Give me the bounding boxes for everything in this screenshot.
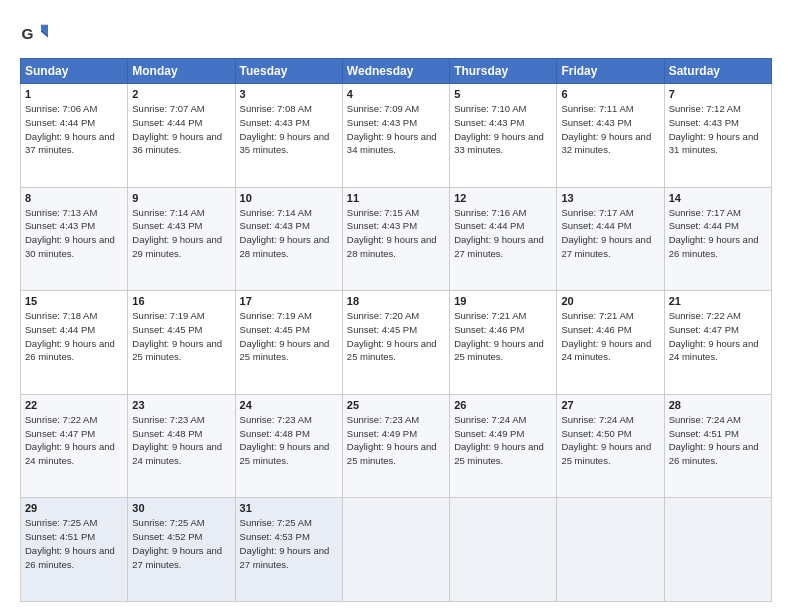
calendar-cell: 22Sunrise: 7:22 AMSunset: 4:47 PMDayligh… bbox=[21, 394, 128, 498]
day-detail: Sunrise: 7:07 AMSunset: 4:44 PMDaylight:… bbox=[132, 103, 222, 155]
day-number: 17 bbox=[240, 295, 338, 307]
day-number: 7 bbox=[669, 88, 767, 100]
day-detail: Sunrise: 7:25 AMSunset: 4:52 PMDaylight:… bbox=[132, 517, 222, 569]
day-detail: Sunrise: 7:21 AMSunset: 4:46 PMDaylight:… bbox=[561, 310, 651, 362]
logo-icon: G bbox=[20, 22, 48, 50]
calendar-cell: 28Sunrise: 7:24 AMSunset: 4:51 PMDayligh… bbox=[664, 394, 771, 498]
day-detail: Sunrise: 7:21 AMSunset: 4:46 PMDaylight:… bbox=[454, 310, 544, 362]
day-detail: Sunrise: 7:19 AMSunset: 4:45 PMDaylight:… bbox=[240, 310, 330, 362]
calendar-cell: 16Sunrise: 7:19 AMSunset: 4:45 PMDayligh… bbox=[128, 291, 235, 395]
day-detail: Sunrise: 7:16 AMSunset: 4:44 PMDaylight:… bbox=[454, 207, 544, 259]
calendar-header-friday: Friday bbox=[557, 59, 664, 84]
day-detail: Sunrise: 7:14 AMSunset: 4:43 PMDaylight:… bbox=[240, 207, 330, 259]
logo: G bbox=[20, 22, 52, 50]
day-number: 2 bbox=[132, 88, 230, 100]
day-number: 20 bbox=[561, 295, 659, 307]
day-number: 27 bbox=[561, 399, 659, 411]
calendar-header-tuesday: Tuesday bbox=[235, 59, 342, 84]
day-number: 28 bbox=[669, 399, 767, 411]
calendar-cell: 4Sunrise: 7:09 AMSunset: 4:43 PMDaylight… bbox=[342, 84, 449, 188]
day-number: 16 bbox=[132, 295, 230, 307]
day-detail: Sunrise: 7:25 AMSunset: 4:51 PMDaylight:… bbox=[25, 517, 115, 569]
day-detail: Sunrise: 7:17 AMSunset: 4:44 PMDaylight:… bbox=[669, 207, 759, 259]
calendar-cell: 15Sunrise: 7:18 AMSunset: 4:44 PMDayligh… bbox=[21, 291, 128, 395]
day-detail: Sunrise: 7:20 AMSunset: 4:45 PMDaylight:… bbox=[347, 310, 437, 362]
day-number: 22 bbox=[25, 399, 123, 411]
day-detail: Sunrise: 7:06 AMSunset: 4:44 PMDaylight:… bbox=[25, 103, 115, 155]
calendar-week-5: 29Sunrise: 7:25 AMSunset: 4:51 PMDayligh… bbox=[21, 498, 772, 602]
day-detail: Sunrise: 7:22 AMSunset: 4:47 PMDaylight:… bbox=[25, 414, 115, 466]
day-detail: Sunrise: 7:14 AMSunset: 4:43 PMDaylight:… bbox=[132, 207, 222, 259]
day-number: 10 bbox=[240, 192, 338, 204]
day-number: 29 bbox=[25, 502, 123, 514]
day-detail: Sunrise: 7:08 AMSunset: 4:43 PMDaylight:… bbox=[240, 103, 330, 155]
page: G SundayMondayTuesdayWednesdayThursdayFr… bbox=[0, 0, 792, 612]
day-detail: Sunrise: 7:11 AMSunset: 4:43 PMDaylight:… bbox=[561, 103, 651, 155]
day-number: 24 bbox=[240, 399, 338, 411]
day-number: 19 bbox=[454, 295, 552, 307]
calendar-cell bbox=[557, 498, 664, 602]
day-detail: Sunrise: 7:13 AMSunset: 4:43 PMDaylight:… bbox=[25, 207, 115, 259]
day-detail: Sunrise: 7:24 AMSunset: 4:49 PMDaylight:… bbox=[454, 414, 544, 466]
calendar-header-thursday: Thursday bbox=[450, 59, 557, 84]
calendar-cell: 10Sunrise: 7:14 AMSunset: 4:43 PMDayligh… bbox=[235, 187, 342, 291]
calendar-cell: 3Sunrise: 7:08 AMSunset: 4:43 PMDaylight… bbox=[235, 84, 342, 188]
calendar-cell bbox=[450, 498, 557, 602]
calendar-table: SundayMondayTuesdayWednesdayThursdayFrid… bbox=[20, 58, 772, 602]
calendar-cell: 30Sunrise: 7:25 AMSunset: 4:52 PMDayligh… bbox=[128, 498, 235, 602]
day-detail: Sunrise: 7:17 AMSunset: 4:44 PMDaylight:… bbox=[561, 207, 651, 259]
day-number: 23 bbox=[132, 399, 230, 411]
calendar-cell: 19Sunrise: 7:21 AMSunset: 4:46 PMDayligh… bbox=[450, 291, 557, 395]
day-number: 8 bbox=[25, 192, 123, 204]
calendar-cell: 31Sunrise: 7:25 AMSunset: 4:53 PMDayligh… bbox=[235, 498, 342, 602]
day-detail: Sunrise: 7:12 AMSunset: 4:43 PMDaylight:… bbox=[669, 103, 759, 155]
calendar-header-saturday: Saturday bbox=[664, 59, 771, 84]
day-detail: Sunrise: 7:24 AMSunset: 4:51 PMDaylight:… bbox=[669, 414, 759, 466]
calendar-cell bbox=[664, 498, 771, 602]
calendar-cell bbox=[342, 498, 449, 602]
day-number: 5 bbox=[454, 88, 552, 100]
calendar-cell: 18Sunrise: 7:20 AMSunset: 4:45 PMDayligh… bbox=[342, 291, 449, 395]
calendar-header-sunday: Sunday bbox=[21, 59, 128, 84]
calendar-header-row: SundayMondayTuesdayWednesdayThursdayFrid… bbox=[21, 59, 772, 84]
day-detail: Sunrise: 7:23 AMSunset: 4:48 PMDaylight:… bbox=[240, 414, 330, 466]
day-number: 25 bbox=[347, 399, 445, 411]
calendar-cell: 17Sunrise: 7:19 AMSunset: 4:45 PMDayligh… bbox=[235, 291, 342, 395]
day-number: 31 bbox=[240, 502, 338, 514]
calendar-week-3: 15Sunrise: 7:18 AMSunset: 4:44 PMDayligh… bbox=[21, 291, 772, 395]
day-detail: Sunrise: 7:24 AMSunset: 4:50 PMDaylight:… bbox=[561, 414, 651, 466]
day-detail: Sunrise: 7:15 AMSunset: 4:43 PMDaylight:… bbox=[347, 207, 437, 259]
day-detail: Sunrise: 7:25 AMSunset: 4:53 PMDaylight:… bbox=[240, 517, 330, 569]
day-number: 18 bbox=[347, 295, 445, 307]
calendar-cell: 20Sunrise: 7:21 AMSunset: 4:46 PMDayligh… bbox=[557, 291, 664, 395]
day-detail: Sunrise: 7:09 AMSunset: 4:43 PMDaylight:… bbox=[347, 103, 437, 155]
day-number: 13 bbox=[561, 192, 659, 204]
day-number: 6 bbox=[561, 88, 659, 100]
calendar-cell: 24Sunrise: 7:23 AMSunset: 4:48 PMDayligh… bbox=[235, 394, 342, 498]
svg-text:G: G bbox=[21, 25, 33, 42]
day-number: 4 bbox=[347, 88, 445, 100]
calendar-cell: 27Sunrise: 7:24 AMSunset: 4:50 PMDayligh… bbox=[557, 394, 664, 498]
day-number: 3 bbox=[240, 88, 338, 100]
calendar-cell: 5Sunrise: 7:10 AMSunset: 4:43 PMDaylight… bbox=[450, 84, 557, 188]
calendar-cell: 29Sunrise: 7:25 AMSunset: 4:51 PMDayligh… bbox=[21, 498, 128, 602]
calendar-cell: 1Sunrise: 7:06 AMSunset: 4:44 PMDaylight… bbox=[21, 84, 128, 188]
day-number: 30 bbox=[132, 502, 230, 514]
calendar-cell: 21Sunrise: 7:22 AMSunset: 4:47 PMDayligh… bbox=[664, 291, 771, 395]
calendar-header-wednesday: Wednesday bbox=[342, 59, 449, 84]
day-number: 14 bbox=[669, 192, 767, 204]
day-detail: Sunrise: 7:22 AMSunset: 4:47 PMDaylight:… bbox=[669, 310, 759, 362]
calendar-cell: 7Sunrise: 7:12 AMSunset: 4:43 PMDaylight… bbox=[664, 84, 771, 188]
calendar-header-monday: Monday bbox=[128, 59, 235, 84]
calendar-cell: 25Sunrise: 7:23 AMSunset: 4:49 PMDayligh… bbox=[342, 394, 449, 498]
calendar-cell: 9Sunrise: 7:14 AMSunset: 4:43 PMDaylight… bbox=[128, 187, 235, 291]
calendar-cell: 14Sunrise: 7:17 AMSunset: 4:44 PMDayligh… bbox=[664, 187, 771, 291]
day-number: 12 bbox=[454, 192, 552, 204]
calendar-cell: 8Sunrise: 7:13 AMSunset: 4:43 PMDaylight… bbox=[21, 187, 128, 291]
header: G bbox=[20, 18, 772, 50]
day-detail: Sunrise: 7:10 AMSunset: 4:43 PMDaylight:… bbox=[454, 103, 544, 155]
calendar-week-2: 8Sunrise: 7:13 AMSunset: 4:43 PMDaylight… bbox=[21, 187, 772, 291]
calendar-week-1: 1Sunrise: 7:06 AMSunset: 4:44 PMDaylight… bbox=[21, 84, 772, 188]
calendar-cell: 23Sunrise: 7:23 AMSunset: 4:48 PMDayligh… bbox=[128, 394, 235, 498]
calendar-cell: 6Sunrise: 7:11 AMSunset: 4:43 PMDaylight… bbox=[557, 84, 664, 188]
